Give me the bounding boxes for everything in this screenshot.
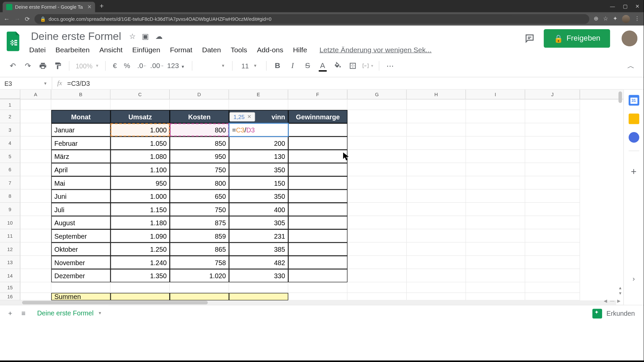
undo-icon[interactable]: ↶ [6,59,19,73]
cell[interactable]: 1.090 [111,229,170,243]
cell[interactable] [525,282,580,293]
cell[interactable]: Oktober [51,243,111,256]
more-toolbar-icon[interactable]: ⋯ [384,59,397,73]
cell[interactable]: 865 [170,243,229,256]
keep-icon[interactable] [629,114,639,124]
all-sheets-button[interactable]: ≡ [17,307,30,320]
cell[interactable]: 200 [229,136,288,150]
font-size-select[interactable]: 11▼ [237,62,262,69]
increase-decimal-button[interactable]: .00→ [148,62,163,70]
cell[interactable] [466,136,525,150]
cell[interactable] [525,216,580,230]
cell[interactable] [466,176,525,190]
cell[interactable] [111,293,170,300]
cell[interactable]: August [51,216,111,230]
cell[interactable] [347,150,407,163]
cell[interactable] [170,293,229,300]
hide-panel-icon[interactable]: › [633,275,635,283]
cell[interactable] [288,100,347,110]
doc-title[interactable]: Deine erste Formel [29,29,123,43]
row-header[interactable]: 9 [0,203,20,216]
horizontal-scrollbar[interactable] [0,300,616,305]
menu-tools[interactable]: Tools [231,46,247,54]
cell[interactable] [347,136,407,150]
cell[interactable] [288,176,347,190]
tasks-icon[interactable] [629,132,639,143]
cell[interactable] [347,269,407,283]
cell[interactable]: 150 [229,176,288,190]
borders-button[interactable] [346,59,360,73]
cell[interactable] [288,293,347,300]
menu-help[interactable]: Hilfe [293,46,307,54]
menu-view[interactable]: Ansicht [99,46,122,54]
cell[interactable]: März [51,150,111,163]
explore-button[interactable]: Erkunden [592,309,640,318]
cell[interactable] [347,176,407,190]
print-icon[interactable] [36,59,50,73]
number-format-button[interactable]: 123 ▼ [164,62,187,70]
cell[interactable] [347,256,407,269]
star-icon[interactable]: ☆ [129,32,136,41]
cell[interactable]: 950 [111,176,170,190]
cell[interactable] [525,269,580,283]
cell[interactable] [170,100,229,110]
header-kosten[interactable]: Kosten [170,110,229,123]
cell[interactable] [407,282,466,293]
redo-icon[interactable]: ↷ [21,59,35,73]
cell[interactable] [525,203,580,216]
cell[interactable]: 850 [170,136,229,150]
cell[interactable] [288,189,347,203]
cell[interactable]: 385 [229,243,288,256]
cell[interactable] [525,150,580,163]
cell[interactable]: September [51,229,111,243]
account-avatar[interactable] [622,31,637,46]
col-header[interactable]: H [407,90,466,99]
cell[interactable] [466,189,525,203]
row-header[interactable]: 14 [0,269,20,283]
cell[interactable] [466,123,525,137]
cell[interactable]: 1.000 [111,123,170,137]
cell[interactable] [407,110,466,123]
cell[interactable]: 1.000 [111,189,170,203]
cell[interactable] [407,203,466,216]
browser-menu-icon[interactable]: ⋮ [634,15,640,23]
cell[interactable] [466,150,525,163]
cell[interactable] [288,203,347,216]
col-header[interactable]: C [111,90,170,99]
extension-icon[interactable]: ✦ [613,15,618,23]
cell[interactable] [51,282,111,293]
row-header[interactable]: 8 [0,189,20,203]
cell[interactable] [407,293,466,300]
col-header[interactable]: A [20,90,51,99]
row-header[interactable]: 2 [0,110,20,123]
row-header[interactable]: 12 [0,243,20,256]
cell[interactable]: Mai [51,176,111,190]
menu-edit[interactable]: Bearbeiten [55,46,90,54]
merge-cells-button[interactable]: ▼ [361,59,374,73]
menu-format[interactable]: Format [170,46,193,54]
cell[interactable] [288,269,347,283]
cell[interactable]: 1.180 [111,216,170,230]
close-window-icon[interactable]: ✕ [635,3,639,9]
cell[interactable]: Februar [51,136,111,150]
cell[interactable] [347,123,407,137]
cell[interactable] [466,282,525,293]
row-header[interactable]: 13 [0,256,20,269]
col-header[interactable]: B [51,90,111,99]
row-header[interactable]: 15 [0,282,20,293]
row-header[interactable]: 6 [0,163,20,176]
currency-button[interactable]: € [110,62,120,70]
menu-addons[interactable]: Add-ons [257,46,283,54]
cell[interactable] [525,100,580,110]
share-button[interactable]: 🔒 Freigeben [544,29,610,48]
cell[interactable] [407,256,466,269]
cell[interactable] [347,203,407,216]
cell[interactable] [20,293,51,300]
cell[interactable]: 400 [229,203,288,216]
cell[interactable] [288,229,347,243]
name-box-dropdown-icon[interactable]: ▼ [43,81,47,85]
cell[interactable] [20,282,51,293]
cell[interactable]: 350 [229,189,288,203]
name-box[interactable]: E3 ▼ [0,77,52,89]
cell[interactable]: Januar [51,123,111,137]
